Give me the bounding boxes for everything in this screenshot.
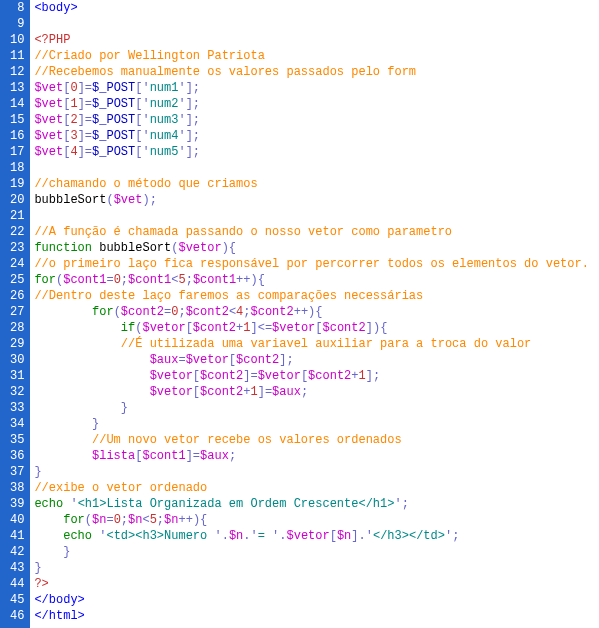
code-token: [34, 417, 92, 431]
code-token: $vetor: [178, 241, 221, 255]
code-token: }: [63, 545, 70, 559]
code-editor-area[interactable]: <body> <?PHP//Criado por Wellington Patr…: [30, 0, 599, 628]
code-token: //Criado por Wellington Patriota: [34, 49, 264, 63]
code-line[interactable]: }: [34, 544, 599, 560]
code-token: ]: [250, 321, 257, 335]
code-line[interactable]: }: [34, 416, 599, 432]
code-line[interactable]: $lista[$cont1]=$aux;: [34, 448, 599, 464]
code-token: echo: [34, 497, 63, 511]
code-token: $vet: [114, 193, 143, 207]
code-token: ++: [236, 273, 250, 287]
code-token: =: [85, 129, 92, 143]
code-line[interactable]: $vetor[$cont2+1]=$aux;: [34, 384, 599, 400]
code-token: 3: [70, 129, 77, 143]
code-token: ){: [222, 241, 236, 255]
code-line[interactable]: //Recebemos manualmente os valores passa…: [34, 64, 599, 80]
code-token: bubbleSort: [34, 193, 106, 207]
code-token: ){: [251, 273, 265, 287]
code-token: [34, 433, 92, 447]
code-line[interactable]: ?>: [34, 576, 599, 592]
code-token: ]){: [366, 321, 388, 335]
code-token: ){: [308, 305, 322, 319]
code-line[interactable]: //Um novo vetor recebe os valores ordena…: [34, 432, 599, 448]
code-token: $_POST: [92, 81, 135, 95]
code-line[interactable]: $vet[0]=$_POST['num1'];: [34, 80, 599, 96]
code-line[interactable]: //Criado por Wellington Patriota: [34, 48, 599, 64]
line-number: 36: [10, 448, 24, 464]
code-line[interactable]: echo '<h1>Lista Organizada em Ordem Cres…: [34, 496, 599, 512]
code-line[interactable]: for($cont1=0;$cont1<5;$cont1++){: [34, 272, 599, 288]
code-line[interactable]: //A função é chamada passando o nosso ve…: [34, 224, 599, 240]
code-token: =: [193, 449, 200, 463]
code-token: <body>: [34, 1, 77, 15]
code-line[interactable]: for($n=0;$n<5;$n++){: [34, 512, 599, 528]
code-token: $vet: [34, 81, 63, 95]
code-line[interactable]: <?PHP: [34, 32, 599, 48]
code-line[interactable]: //chamando o método que criamos: [34, 176, 599, 192]
code-line[interactable]: function bubbleSort($vetor){: [34, 240, 599, 256]
line-number: 40: [10, 512, 24, 528]
line-number: 27: [10, 304, 24, 320]
code-token: ++: [294, 305, 308, 319]
code-line[interactable]: $vet[2]=$_POST['num3'];: [34, 112, 599, 128]
code-line[interactable]: </body>: [34, 592, 599, 608]
code-line[interactable]: //É utilizada uma variavel auxiliar para…: [34, 336, 599, 352]
line-number: 23: [10, 240, 24, 256]
code-line[interactable]: }: [34, 400, 599, 416]
code-token: ];: [366, 369, 380, 383]
code-token: ;: [301, 385, 308, 399]
code-token: 5: [178, 273, 185, 287]
code-line[interactable]: }: [34, 464, 599, 480]
code-token: ]: [78, 81, 85, 95]
code-line[interactable]: echo '<td><h3>Numero '.$n.'= '.$vetor[$n…: [34, 528, 599, 544]
code-line[interactable]: for($cont2=0;$cont2<4;$cont2++){: [34, 304, 599, 320]
code-token: $n: [92, 513, 106, 527]
code-token: 0: [70, 81, 77, 95]
code-line[interactable]: //exibe o vetor ordenado: [34, 480, 599, 496]
code-line[interactable]: $vet[3]=$_POST['num4'];: [34, 128, 599, 144]
code-token: =: [85, 145, 92, 159]
code-token: 0: [114, 273, 121, 287]
code-line[interactable]: [34, 16, 599, 32]
code-token: ]: [78, 145, 85, 159]
code-token: <?PHP: [34, 33, 70, 47]
line-number: 39: [10, 496, 24, 512]
code-line[interactable]: $vet[4]=$_POST['num5'];: [34, 144, 599, 160]
code-line[interactable]: //o primeiro laço fica responsável por p…: [34, 256, 599, 272]
code-line[interactable]: $vetor[$cont2]=$vetor[$cont2+1];: [34, 368, 599, 384]
code-token: $_POST: [92, 113, 135, 127]
code-line[interactable]: }: [34, 560, 599, 576]
code-token: $vet: [34, 145, 63, 159]
line-number: 26: [10, 288, 24, 304]
code-line[interactable]: [34, 208, 599, 224]
line-number: 33: [10, 400, 24, 416]
code-token: $n: [164, 513, 178, 527]
code-token: [: [193, 369, 200, 383]
code-token: .: [279, 529, 286, 543]
code-token: ': [178, 129, 185, 143]
code-token: ': [142, 129, 149, 143]
code-token: $cont1: [142, 449, 185, 463]
code-token: +: [351, 369, 358, 383]
code-token: ': [178, 97, 185, 111]
code-token: num1: [150, 81, 179, 95]
code-line[interactable]: $vet[1]=$_POST['num2'];: [34, 96, 599, 112]
code-token: 1: [70, 97, 77, 111]
code-line[interactable]: </html>: [34, 608, 599, 624]
line-number: 21: [10, 208, 24, 224]
code-line[interactable]: [34, 160, 599, 176]
code-token: ];: [186, 129, 200, 143]
code-token: ]: [186, 449, 193, 463]
code-line[interactable]: <body>: [34, 0, 599, 16]
line-number: 28: [10, 320, 24, 336]
code-token: .: [222, 529, 229, 543]
code-token: ': [178, 145, 185, 159]
code-line[interactable]: $aux=$vetor[$cont2];: [34, 352, 599, 368]
code-token: ++: [178, 513, 192, 527]
code-token: ;: [229, 449, 236, 463]
code-token: ;: [452, 529, 459, 543]
code-token: 2: [70, 113, 77, 127]
code-line[interactable]: bubbleSort($vet);: [34, 192, 599, 208]
code-line[interactable]: if($vetor[$cont2+1]<=$vetor[$cont2]){: [34, 320, 599, 336]
code-line[interactable]: //Dentro deste laço faremos as comparaçõ…: [34, 288, 599, 304]
